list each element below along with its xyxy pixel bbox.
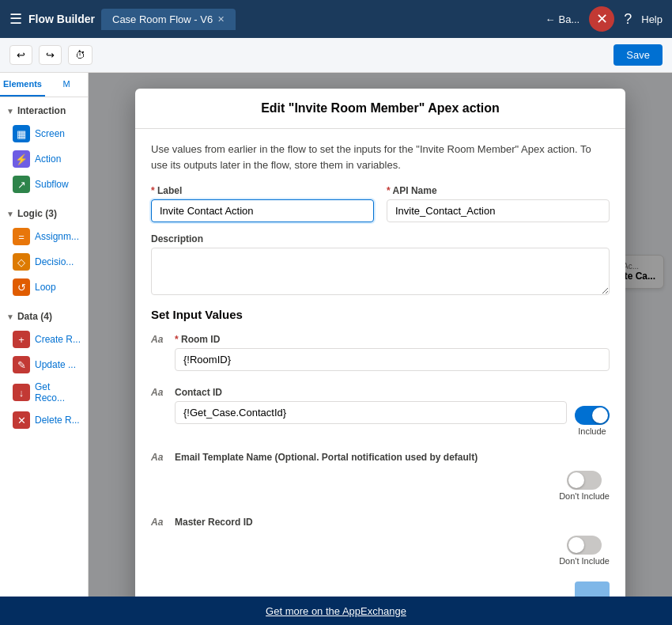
toggle-knob [568, 472, 584, 488]
sidebar-item-action[interactable]: ⚡ Action [0, 146, 88, 172]
save-button[interactable]: Save [613, 44, 663, 66]
back-button[interactable]: ← Ba... [545, 13, 580, 25]
appexchange-link[interactable]: Get more on the AppExchange [266, 605, 406, 617]
loop-icon: ↺ [13, 278, 30, 296]
master-record-field-group: Master Record ID [175, 517, 551, 531]
close-icon: ✕ [596, 10, 608, 28]
canvas[interactable]: Apex Ac... Create Ca... ▶ Edit "Invite R… [89, 73, 672, 597]
email-template-field-group: Email Template Name (Optional. Portal no… [175, 452, 551, 466]
sidebar-item-subflow-label: Subflow [35, 179, 69, 190]
sidebar: Elements M ▼ Interaction ▦ Screen ⚡ Acti… [0, 73, 89, 597]
input-row-contact-id: Aa Contact ID {!Get_Case.ContactId} Incl… [151, 387, 610, 436]
back-arrow-icon: ← [545, 13, 555, 25]
sidebar-item-create[interactable]: + Create R... [0, 327, 88, 352]
close-button[interactable]: ✕ [589, 6, 614, 32]
email-template-toggle-group: Don't Include [559, 471, 610, 501]
email-template-type-icon: Aa [151, 452, 167, 463]
master-record-label: Master Record ID [175, 517, 551, 528]
form-group-api: API Name [387, 185, 610, 222]
decision-icon: ◇ [13, 253, 30, 271]
description-textarea[interactable] [151, 248, 610, 295]
action-icon: ⚡ [13, 150, 30, 168]
section-title: Set Input Values [151, 308, 610, 321]
top-nav-right: ← Ba... ✕ ? Help [545, 6, 663, 32]
master-record-type-icon: Aa [151, 517, 167, 528]
input-row-email-template: Aa Email Template Name (Optional. Portal… [151, 452, 610, 501]
flow-tab[interactable]: Case Room Flow - V6 ✕ [101, 9, 236, 30]
contact-id-field-group: Contact ID {!Get_Case.ContactId} [175, 387, 567, 424]
dialog: Edit "Invite Room Member" Apex action Us… [135, 89, 625, 597]
get-icon: ↓ [13, 384, 30, 401]
update-icon: ✎ [13, 356, 30, 373]
tab-elements[interactable]: Elements [0, 73, 45, 97]
sidebar-item-update[interactable]: ✎ Update ... [0, 352, 88, 377]
dialog-body: Use values from earlier in the flow to s… [135, 129, 625, 597]
section-header-logic[interactable]: ▼ Logic (3) [0, 203, 88, 224]
tab-m[interactable]: M [45, 73, 88, 97]
main-layout: Elements M ▼ Interaction ▦ Screen ⚡ Acti… [0, 73, 672, 597]
api-name-input[interactable] [387, 199, 610, 222]
sidebar-item-delete[interactable]: ✕ Delete R... [0, 407, 88, 433]
sidebar-item-action-label: Action [35, 153, 61, 165]
sidebar-item-screen-label: Screen [35, 128, 65, 139]
room-id-type-icon: Aa [151, 334, 167, 345]
input-row-inner-contact-id: Aa Contact ID {!Get_Case.ContactId} Incl… [151, 387, 610, 436]
section-header-interaction[interactable]: ▼ Interaction [0, 100, 88, 121]
contact-id-type-icon: Aa [151, 387, 167, 398]
sidebar-item-get[interactable]: ↓ Get Reco... [0, 377, 88, 407]
section-logic: ▼ Logic (3) = Assignm... ◇ Decisio... ↺ … [0, 200, 88, 303]
dialog-overlay: Edit "Invite Room Member" Apex action Us… [89, 73, 672, 597]
api-name-field-label: API Name [387, 185, 610, 196]
input-row-inner-master-record: Aa Master Record ID Don't Include [151, 517, 610, 566]
email-template-toggle[interactable] [567, 471, 602, 490]
contact-id-toggle-group: Include [575, 406, 610, 436]
subflow-icon: ↗ [13, 176, 30, 193]
section-header-data[interactable]: ▼ Data (4) [0, 306, 88, 327]
section-interaction: ▼ Interaction ▦ Screen ⚡ Action ↗ Subflo… [0, 97, 88, 200]
input-row-room-id: Aa * Room ID {!RoomID} [151, 334, 610, 371]
sidebar-item-decision[interactable]: ◇ Decisio... [0, 249, 88, 275]
tab-close-icon[interactable]: ✕ [217, 14, 225, 25]
contact-id-toggle[interactable] [575, 406, 610, 425]
sidebar-item-get-label: Get Reco... [35, 381, 81, 403]
contact-id-label: Contact ID [175, 387, 567, 398]
next-section-button-partial [575, 581, 610, 597]
contact-id-value[interactable]: {!Get_Case.ContactId} [175, 401, 567, 424]
room-id-value[interactable]: {!RoomID} [175, 348, 610, 371]
sidebar-item-loop[interactable]: ↺ Loop [0, 275, 88, 300]
assignment-icon: = [13, 228, 30, 245]
sidebar-item-assignment[interactable]: = Assignm... [0, 224, 88, 249]
section-data-label: Data (4) [17, 311, 52, 322]
flow-tab-label: Case Room Flow - V6 [112, 13, 213, 25]
input-row-master-record: Aa Master Record ID Don't Include [151, 517, 610, 566]
dialog-header: Edit "Invite Room Member" Apex action [135, 89, 625, 129]
master-record-toggle[interactable] [567, 536, 602, 555]
help-button[interactable]: Help [641, 13, 663, 25]
chevron-down-icon: ▼ [6, 312, 14, 321]
sidebar-tabs: Elements M [0, 73, 88, 97]
hamburger-icon[interactable]: ☰ [9, 10, 22, 28]
room-id-label: * Room ID [175, 334, 610, 345]
sidebar-item-screen[interactable]: ▦ Screen [0, 121, 88, 146]
label-input[interactable] [151, 199, 374, 222]
toolbar: ↩ ↪ ⏱ Save [0, 38, 672, 73]
dialog-info: Use values from earlier in the flow to s… [151, 142, 610, 172]
chevron-down-icon: ▼ [6, 210, 14, 218]
form-group-label: Label [151, 185, 374, 222]
create-icon: + [13, 331, 30, 348]
input-row-inner-room-id: Aa * Room ID {!RoomID} [151, 334, 610, 371]
toggle-knob [592, 407, 608, 423]
section-logic-label: Logic (3) [17, 208, 57, 219]
sidebar-item-subflow[interactable]: ↗ Subflow [0, 172, 88, 197]
bottom-bar[interactable]: Get more on the AppExchange [0, 597, 672, 625]
screen-icon: ▦ [13, 125, 30, 142]
question-icon[interactable]: ? [624, 11, 632, 28]
sidebar-item-delete-label: Delete R... [35, 415, 80, 426]
history-button[interactable]: ⏱ [68, 45, 92, 65]
redo-button[interactable]: ↪ [39, 45, 62, 65]
undo-button[interactable]: ↩ [9, 45, 32, 65]
section-interaction-label: Interaction [17, 105, 66, 116]
section-data: ▼ Data (4) + Create R... ✎ Update ... ↓ … [0, 303, 88, 436]
description-label: Description [151, 233, 610, 244]
sidebar-item-create-label: Create R... [35, 334, 81, 345]
